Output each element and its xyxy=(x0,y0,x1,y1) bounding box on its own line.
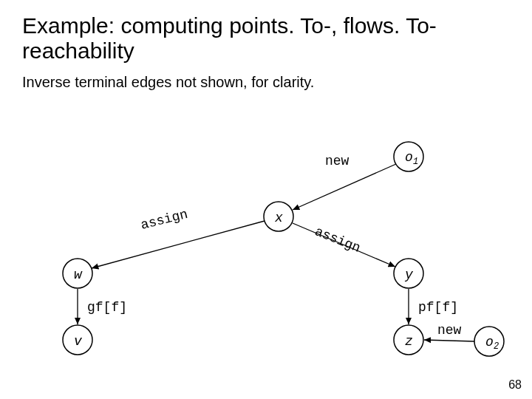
edge-o2-z: new xyxy=(424,323,474,341)
node-x: x xyxy=(264,202,293,231)
svg-line-26 xyxy=(424,340,474,341)
svg-text:o: o xyxy=(485,335,494,349)
edge-y-z: pf[f] xyxy=(409,289,458,324)
svg-text:assign: assign xyxy=(139,207,189,233)
svg-text:assign: assign xyxy=(313,224,363,256)
node-o1: o 1 xyxy=(394,142,423,171)
node-v: v xyxy=(63,325,92,355)
svg-text:z: z xyxy=(405,334,413,349)
edge-w-v: gf[f] xyxy=(78,289,127,324)
node-o2: o 2 xyxy=(474,327,504,356)
svg-text:y: y xyxy=(404,267,414,282)
node-w: w xyxy=(63,259,92,288)
svg-text:o: o xyxy=(405,150,413,165)
svg-line-18 xyxy=(92,221,265,268)
node-z: z xyxy=(394,325,423,355)
svg-text:gf[f]: gf[f] xyxy=(87,300,127,315)
svg-line-16 xyxy=(293,164,396,210)
svg-text:x: x xyxy=(274,211,283,225)
edge-x-w: assign xyxy=(92,207,265,268)
svg-text:2: 2 xyxy=(494,341,499,352)
svg-text:v: v xyxy=(74,334,83,349)
edge-o1-x: new xyxy=(293,154,396,210)
svg-text:new: new xyxy=(437,323,462,338)
svg-text:1: 1 xyxy=(413,157,418,167)
svg-text:w: w xyxy=(74,267,83,282)
graph-diagram: o 1 x y z w v o 2 new assign xyxy=(0,0,532,399)
svg-text:new: new xyxy=(325,154,349,168)
svg-text:pf[f]: pf[f] xyxy=(418,300,458,315)
node-y: y xyxy=(394,259,423,288)
edge-x-y: assign xyxy=(293,223,395,267)
